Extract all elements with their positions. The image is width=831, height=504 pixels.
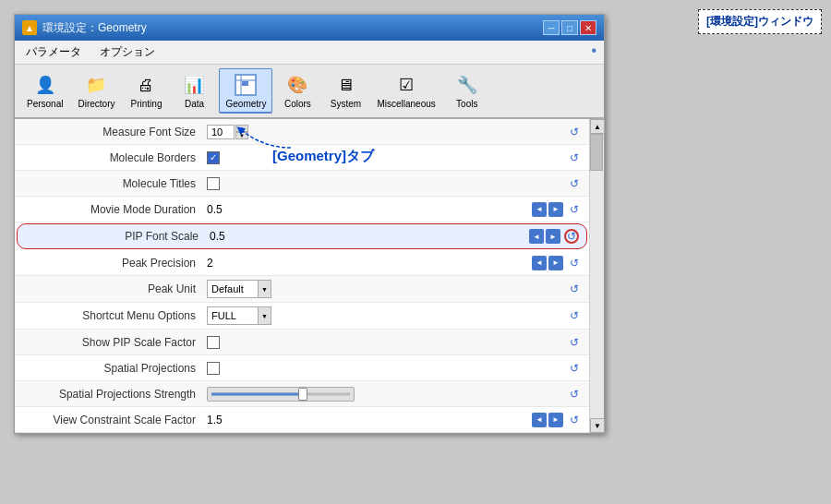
- measure-font-size-spinner[interactable]: 10 ▲ ▼: [207, 125, 248, 139]
- dropdown-arrow-icon[interactable]: ▼: [258, 307, 271, 324]
- nav-left[interactable]: ◄: [532, 256, 547, 270]
- reset-button[interactable]: ↺: [567, 335, 582, 350]
- nav-right[interactable]: ►: [548, 202, 563, 217]
- scrollbar: ▲ ▼: [589, 119, 604, 433]
- spatial-strength-slider[interactable]: [207, 387, 355, 402]
- annotation-text: [環境設定]ウィンドウ: [706, 15, 813, 28]
- slider-thumb[interactable]: [298, 388, 307, 401]
- reset-button[interactable]: ↺: [567, 282, 582, 296]
- system-icon: 🖥: [332, 72, 358, 98]
- molecule-borders-value: ✓: [207, 151, 567, 164]
- spinner-value[interactable]: 10: [207, 125, 235, 139]
- spinner-up[interactable]: ▲: [235, 125, 248, 132]
- data-label: Data: [185, 99, 204, 109]
- toolbar-colors[interactable]: 🎨 Colors: [274, 68, 320, 114]
- show-pip-scale-checkbox[interactable]: [207, 336, 220, 349]
- scroll-thumb[interactable]: [590, 134, 603, 171]
- row-actions: ↺: [567, 282, 582, 296]
- colors-label: Colors: [284, 99, 311, 109]
- view-constraint-scale-factor-label: View Constraint Scale Factor: [22, 414, 207, 426]
- reset-button-highlighted[interactable]: ↺: [564, 229, 579, 244]
- show-pip-scale-factor-value: [207, 336, 567, 349]
- menu-options[interactable]: オプション: [96, 42, 159, 62]
- reset-button[interactable]: ↺: [567, 308, 582, 323]
- value-text: 0.5: [210, 230, 225, 243]
- dropdown-value: FULL: [208, 309, 258, 322]
- table-row: Show PIP Scale Factor ↺: [15, 330, 589, 355]
- miscellaneous-icon: ☑: [393, 72, 419, 98]
- reset-button[interactable]: ↺: [567, 202, 582, 217]
- row-actions: ◄ ► ↺: [532, 202, 582, 217]
- reset-button[interactable]: ↺: [567, 361, 582, 376]
- pip-font-scale-label: PIP Font Scale: [25, 230, 210, 243]
- shortcut-menu-dropdown[interactable]: FULL ▼: [207, 306, 271, 325]
- geometry-icon: [233, 72, 259, 98]
- toolbar-personal[interactable]: 👤 Personal: [20, 68, 69, 114]
- toolbar-data[interactable]: 📊 Data: [171, 68, 217, 114]
- nav-arrows: ◄ ►: [532, 202, 563, 217]
- reset-button[interactable]: ↺: [567, 150, 582, 165]
- menu-parameters[interactable]: パラメータ: [22, 42, 85, 62]
- spatial-projections-checkbox[interactable]: [207, 362, 220, 375]
- title-bar-left: ▲ 環境設定：Geometry: [22, 20, 147, 36]
- molecule-titles-label: Molecule Titles: [22, 177, 207, 190]
- title-buttons: ─ □ ✕: [543, 20, 596, 35]
- molecule-titles-checkbox[interactable]: [207, 177, 220, 190]
- reset-button[interactable]: ↺: [567, 387, 582, 402]
- scroll-up-button[interactable]: ▲: [590, 119, 605, 134]
- content-area: Measure Font Size 10 ▲ ▼ ↺ Molecule: [15, 119, 604, 433]
- toolbar-system[interactable]: 🖥 System: [322, 68, 368, 114]
- molecule-titles-value: [207, 177, 567, 190]
- reset-button[interactable]: ↺: [567, 256, 582, 270]
- row-actions: ↺: [567, 387, 582, 402]
- personal-label: Personal: [27, 99, 63, 109]
- toolbar-directory[interactable]: 📁 Directory: [71, 68, 121, 114]
- table-row: Molecule Titles ↺: [15, 171, 589, 197]
- nav-right[interactable]: ►: [548, 413, 563, 427]
- movie-mode-duration-label: Movie Mode Duration: [22, 203, 207, 216]
- reset-button[interactable]: ↺: [567, 413, 582, 427]
- close-button[interactable]: ✕: [580, 20, 596, 35]
- nav-left[interactable]: ◄: [532, 202, 547, 217]
- peak-precision-label: Peak Precision: [22, 257, 207, 270]
- row-actions: ↺: [567, 335, 582, 350]
- title-bar: ▲ 環境設定：Geometry ─ □ ✕: [15, 15, 604, 41]
- slider-track: [211, 392, 350, 395]
- row-actions: ◄ ► ↺: [532, 256, 582, 270]
- nav-left[interactable]: ◄: [532, 413, 547, 427]
- nav-left[interactable]: ◄: [529, 229, 544, 244]
- spinner-down[interactable]: ▼: [235, 132, 248, 139]
- table-row: Shortcut Menu Options FULL ▼ ↺: [15, 303, 589, 330]
- toolbar: 👤 Personal 📁 Directory 🖨 Printing 📊 Data: [15, 65, 604, 119]
- toolbar-miscellaneous[interactable]: ☑ Miscellaneous: [370, 68, 441, 114]
- settings-panel: Measure Font Size 10 ▲ ▼ ↺ Molecule: [15, 119, 589, 433]
- spatial-projections-value: [207, 362, 567, 375]
- printing-label: Printing: [131, 99, 163, 109]
- reset-button[interactable]: ↺: [567, 125, 582, 139]
- reset-button[interactable]: ↺: [567, 176, 582, 191]
- value-text: 0.5: [207, 203, 223, 216]
- show-pip-scale-factor-label: Show PIP Scale Factor: [22, 336, 207, 349]
- dropdown-value: Default: [208, 282, 258, 295]
- dropdown-arrow-icon[interactable]: ▼: [258, 281, 271, 297]
- peak-unit-dropdown[interactable]: Default ▼: [207, 280, 271, 298]
- molecule-borders-checkbox[interactable]: ✓: [207, 151, 220, 164]
- toolbar-tools[interactable]: 🔧 Tools: [444, 68, 490, 114]
- minimize-button[interactable]: ─: [543, 20, 560, 35]
- spinner-arrows: ▲ ▼: [235, 125, 248, 139]
- row-actions: ↺: [567, 308, 582, 323]
- pip-font-scale-value: 0.5: [210, 230, 529, 243]
- nav-right[interactable]: ►: [546, 229, 560, 244]
- toolbar-geometry[interactable]: Geometry: [219, 68, 272, 114]
- scroll-down-button[interactable]: ▼: [590, 418, 605, 433]
- scroll-track[interactable]: [590, 134, 604, 418]
- main-window: ▲ 環境設定：Geometry ─ □ ✕ パラメータ オプション • 👤 Pe…: [14, 14, 605, 434]
- value-text: 2: [207, 257, 213, 270]
- maximize-button[interactable]: □: [561, 20, 578, 35]
- nav-right[interactable]: ►: [548, 256, 563, 270]
- toolbar-printing[interactable]: 🖨 Printing: [123, 68, 169, 114]
- row-actions: ↺: [567, 176, 582, 191]
- tools-icon: 🔧: [454, 72, 480, 98]
- nav-arrows: ◄ ►: [532, 413, 563, 427]
- movie-mode-duration-value: 0.5: [207, 203, 532, 216]
